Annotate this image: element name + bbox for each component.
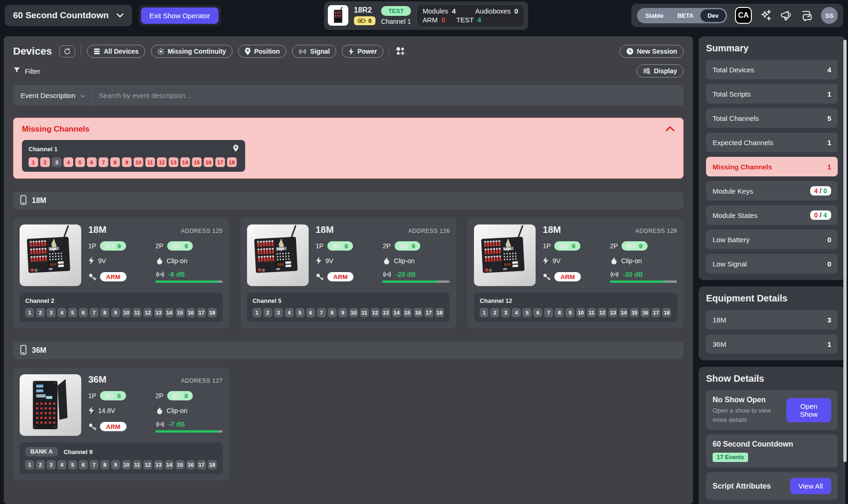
stat-row-value: 1 — [827, 163, 831, 171]
top-right-cluster: Stable BETA Dev CA SS — [631, 4, 843, 27]
open-show-button[interactable]: Open Show — [786, 398, 831, 422]
widgets-icon[interactable] — [395, 46, 405, 56]
port-chip: 5 — [68, 460, 77, 469]
chat-icon[interactable] — [800, 9, 813, 22]
device-card[interactable]: 36M ADDRESS 127 1P 8 2P — [13, 368, 229, 481]
controller-status-badge: TEST — [381, 6, 410, 16]
funnel-icon — [13, 67, 21, 75]
device-image: 18M 888 — [247, 224, 309, 286]
port-chip: 17 — [215, 157, 225, 167]
port-chip: 4 — [512, 308, 521, 317]
battery-2p-stat: 2P 9 — [382, 241, 450, 251]
power-bolt-icon — [543, 257, 549, 265]
location-pin-icon[interactable] — [233, 145, 239, 154]
device-group: 36M 36M ADDRESS 127 — [13, 342, 684, 481]
stat-row-label: Low Signal — [713, 260, 747, 268]
device-image: 18M 888 — [474, 224, 536, 286]
show-selector-dropdown[interactable]: 60 Second Countdown — [5, 5, 132, 26]
port-chip: 18 — [227, 157, 237, 167]
test-label: TEST — [456, 16, 473, 24]
arm-pill: ARM — [100, 272, 127, 281]
port-chip: 14 — [165, 308, 174, 317]
filter-label: Position — [254, 48, 280, 55]
controller-status-cluster: 18R2 6 TEST Channel 1 Modules 4 Audiobox… — [324, 1, 528, 30]
port-chip: 8 — [328, 308, 337, 317]
port-chip: 1 — [253, 308, 261, 317]
battery-icon — [172, 243, 182, 249]
port-chip: 15 — [630, 308, 639, 317]
battery-1p-stat: 1P 9 — [88, 241, 155, 251]
signal-icon — [382, 271, 392, 278]
stat-row-label: Total Devices — [713, 66, 754, 74]
port-chip: 18 — [208, 308, 217, 317]
device-card[interactable]: 18M 888 18M ADDRESS 125 1P 9 — [13, 218, 229, 329]
port-chip: 16 — [186, 308, 195, 317]
filter-missing-continuity[interactable]: Missing Continuity — [151, 45, 233, 58]
device-model: 36M — [88, 374, 106, 385]
battery-icon — [358, 18, 366, 23]
sparkles-icon[interactable] — [760, 9, 772, 21]
port-chip: 1 — [25, 460, 34, 469]
show-details-title: Show Details — [706, 373, 838, 384]
filter-toggle[interactable]: Filter — [13, 67, 40, 75]
env-option-stable[interactable]: Stable — [638, 9, 671, 22]
signal-stat: -20 dB — [610, 271, 677, 283]
missing-channels-alert: Missing Channels Channel 1 1234567891011… — [13, 118, 684, 179]
search-input[interactable] — [99, 91, 676, 99]
filter-signal[interactable]: Signal — [292, 45, 336, 58]
stat-row-value: 0 — [827, 236, 831, 244]
filter-power[interactable]: Power — [342, 45, 383, 58]
search-field-selector[interactable]: Event Description — [21, 91, 85, 99]
port-chip: 2 — [263, 308, 272, 317]
port-chip: 3 — [47, 460, 56, 469]
port-chip: 12 — [598, 308, 607, 317]
port-chip: 5 — [75, 157, 85, 167]
channel-label: Channel 1 — [28, 146, 57, 153]
port-chip: 9 — [111, 460, 120, 469]
battery-2p-stat: 2P 9 — [610, 241, 677, 251]
battery-icon — [627, 243, 636, 249]
stat-row-label: Module States — [713, 211, 757, 219]
page-scrollbar[interactable] — [843, 40, 847, 462]
device-card[interactable]: 18M 888 18M ADDRESS 126 1P 8 — [240, 218, 457, 329]
view-all-button[interactable]: View All — [790, 478, 831, 494]
user-avatar[interactable]: SS — [821, 7, 838, 24]
channel-label: Channel 12 — [480, 297, 512, 304]
p2-label: 2P — [610, 242, 618, 250]
port-chip: 11 — [587, 308, 596, 317]
filter-position[interactable]: Position — [238, 45, 286, 58]
env-option-beta[interactable]: BETA — [671, 9, 700, 22]
new-session-button[interactable]: New Session — [620, 45, 684, 58]
port-chip: 6 — [87, 157, 97, 167]
battery-2p-stat: 2P 8 — [155, 391, 223, 400]
announcements-icon[interactable] — [780, 9, 792, 22]
signal-bar-fill — [610, 280, 665, 283]
svg-text:18M: 18M — [276, 247, 284, 252]
port-chip: 7 — [99, 157, 108, 167]
chevron-up-icon[interactable] — [665, 125, 675, 133]
port-chip: 13 — [154, 308, 163, 317]
p2-value: 9 — [184, 243, 188, 250]
exit-show-operator-button[interactable]: Exit Show Operator — [141, 7, 219, 24]
key-stat: ARM — [316, 271, 383, 283]
port-chip: 10 — [576, 308, 585, 317]
igniter-icon — [382, 257, 390, 265]
stat-row-value: 1 — [827, 340, 831, 348]
stat-row-label: Expected Channels — [713, 139, 773, 147]
display-button[interactable]: Display — [636, 64, 684, 77]
env-option-dev[interactable]: Dev — [700, 9, 726, 22]
device-card[interactable]: 18M 888 18M ADDRESS 129 1P 9 — [467, 218, 684, 329]
port-chip: 7 — [317, 308, 326, 317]
port-chip: 6 — [79, 460, 88, 469]
card-ports: 123456789101112131415161718 — [25, 460, 217, 469]
voltage-value: 14.8V — [98, 407, 115, 414]
refresh-button[interactable] — [59, 45, 75, 57]
filter-all-devices[interactable]: All Devices — [87, 45, 145, 58]
channel-card: Channel 5 123456789101112131415161718 — [247, 293, 450, 322]
port-chip: 13 — [608, 308, 617, 317]
stat-row: Missing Channels1 — [706, 157, 838, 176]
mode-stat: Clip-on — [155, 257, 223, 265]
modules-label: Modules — [423, 7, 448, 15]
port-chip: 14 — [165, 460, 174, 469]
port-chip: 15 — [403, 308, 412, 317]
